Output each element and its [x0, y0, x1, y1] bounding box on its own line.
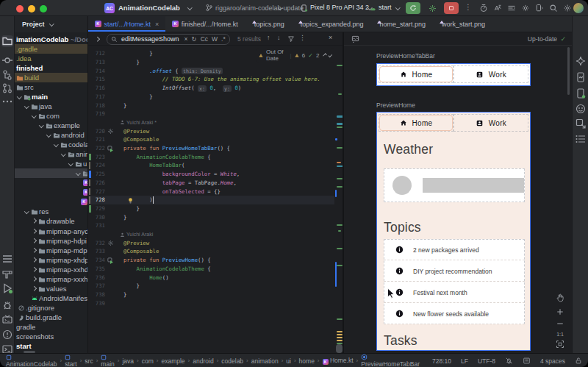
- search-history-icon[interactable]: ↻: [192, 35, 197, 43]
- tree-item-.gradle[interactable]: .gradle: [15, 44, 88, 54]
- close-tab-icon[interactable]: ×: [155, 21, 159, 28]
- code-line-724[interactable]: 724 HomeTabBar(: [88, 161, 334, 170]
- tree-item-anir[interactable]: anir: [15, 149, 88, 159]
- next-issue-icon[interactable]: [329, 53, 333, 57]
- stripe-mark[interactable]: [337, 340, 343, 341]
- topic-row[interactable]: DIY project recommendation: [384, 260, 525, 282]
- project-name-menu[interactable]: AnimationCodelab: [118, 4, 180, 12]
- stripe-mark[interactable]: [337, 334, 343, 335]
- device-selector[interactable]: Pixel 8 Pro API 34 2: [310, 4, 369, 11]
- tree-item-screenshots[interactable]: screenshots: [15, 332, 88, 341]
- tree-item-android[interactable]: android: [15, 130, 88, 140]
- words-toggle[interactable]: W: [212, 35, 218, 43]
- stripe-mark[interactable]: [337, 65, 343, 66]
- tree-item-res[interactable]: res: [15, 207, 88, 216]
- debug-tool-icon[interactable]: [1, 299, 13, 311]
- work-tab[interactable]: Work: [453, 65, 528, 83]
- stripe-mark[interactable]: [337, 162, 341, 163]
- breadcrumb-item[interactable]: example: [161, 357, 184, 365]
- pull-requests-tool-icon[interactable]: [1, 82, 13, 94]
- stripe-mark[interactable]: [337, 337, 343, 338]
- translate-icon[interactable]: [493, 4, 502, 13]
- tree-item-mipmap-mdpi[interactable]: mipmap-mdpi: [15, 246, 88, 255]
- avatar[interactable]: [573, 3, 584, 13]
- problems-tool-icon[interactable]: [1, 329, 13, 341]
- gemini-tool-icon[interactable]: [575, 55, 587, 67]
- tree-item-com[interactable]: com: [15, 111, 88, 121]
- editor-tab-work_start.png[interactable]: work_start.png: [432, 16, 492, 32]
- code-line-720[interactable]: 720@Preview: [88, 127, 334, 136]
- build-icon[interactable]: [521, 4, 530, 13]
- logcat-tool-icon[interactable]: [1, 314, 13, 326]
- tree-item-build.gradle[interactable]: build.gradle: [15, 313, 88, 322]
- previous-issue-icon[interactable]: [323, 53, 327, 57]
- device-manager-tool-icon[interactable]: [575, 88, 587, 99]
- preview-name-label[interactable]: PreviewHomeTabBar: [376, 52, 435, 60]
- stripe-mark[interactable]: [337, 248, 343, 249]
- line-separator[interactable]: LF: [461, 357, 468, 365]
- rerun-button[interactable]: [406, 2, 420, 14]
- reader-mode-icon[interactable]: [523, 357, 531, 365]
- structure-right-tool-icon[interactable]: [575, 133, 587, 145]
- breadcrumb-item[interactable]: codelab: [221, 357, 243, 365]
- code-line-719[interactable]: 719: [88, 110, 334, 118]
- preview-home[interactable]: Home Work Weather Topics 2 new packages …: [376, 112, 531, 351]
- layout-validation-icon[interactable]: [507, 4, 516, 13]
- tree-item-u[interactable]: u: [15, 159, 88, 168]
- tree-item-drawable[interactable]: drawable: [15, 216, 88, 226]
- code-line-735[interactable]: 735 AnimationCodelabTheme {: [88, 265, 334, 274]
- stripe-mark[interactable]: [337, 127, 343, 128]
- code-line-727[interactable]: 727 onTabSelected = {}: [88, 188, 334, 196]
- structure-tool-icon[interactable]: [1, 69, 13, 81]
- close-find-bar-icon[interactable]: ×: [329, 34, 332, 41]
- project-panel-header[interactable]: Project: [15, 16, 88, 32]
- weather-placeholder-card[interactable]: [384, 168, 525, 202]
- stripe-mark[interactable]: [337, 318, 343, 320]
- code-line-731[interactable]: 731: [88, 221, 334, 230]
- previous-occurrence-icon[interactable]: ↑: [267, 34, 270, 41]
- next-occurrence-icon[interactable]: ↓: [277, 34, 281, 41]
- code-editor[interactable]: 712 }713 }714 .offset { this: Density715…: [88, 46, 334, 353]
- stripe-mark[interactable]: [337, 147, 343, 149]
- stripe-mark[interactable]: [337, 331, 343, 332]
- tree-item-mipmap-xxhdpi[interactable]: mipmap-xxhdpi: [15, 265, 88, 274]
- preview-name-label[interactable]: PreviewHome: [376, 101, 415, 109]
- git-branch-menu[interactable]: riggaroo/anim-codelab-update: [215, 4, 304, 12]
- notifications-off-icon[interactable]: [505, 357, 513, 365]
- preview-canvas[interactable]: PreviewHomeTabBar Home Work PreviewHome …: [344, 46, 572, 353]
- more-options-icon[interactable]: ⋮: [299, 34, 306, 41]
- unlock-icon[interactable]: [575, 357, 582, 365]
- code-line-734[interactable]: 734private fun PreviewHome() {: [88, 256, 334, 265]
- maximize-window-button[interactable]: [40, 5, 47, 13]
- expand-find-icon[interactable]: [95, 37, 99, 41]
- pan-icon[interactable]: [555, 293, 565, 303]
- breadcrumb-item[interactable]: AnimationCodelab: [6, 354, 57, 367]
- code-line-738[interactable]: 738}: [88, 291, 334, 299]
- breadcrumb-item[interactable]: animation: [251, 357, 279, 365]
- editor-tab-topics_expanded.png[interactable]: topics_expanded.png: [291, 16, 370, 32]
- scrollbar-thumb[interactable]: [336, 344, 343, 353]
- editor-tab-start/.../Home.kt[interactable]: Kstart/.../Home.kt×: [88, 16, 165, 32]
- tree-item-H[interactable]: KH: [15, 197, 88, 207]
- close-window-button[interactable]: [16, 5, 24, 13]
- code-line-717[interactable]: 717 }: [88, 93, 334, 101]
- code-line-736[interactable]: 736 Home(): [88, 274, 334, 282]
- editor-tab-topics.png[interactable]: topics.png: [245, 16, 291, 32]
- match-case-toggle[interactable]: Cc: [201, 35, 208, 43]
- code-line-718[interactable]: 718}: [88, 101, 334, 110]
- minimize-window-button[interactable]: [28, 5, 35, 13]
- tree-item-imationCodelab[interactable]: imationCodelab ~/Documen: [15, 35, 88, 44]
- stripe-mark[interactable]: [338, 230, 341, 232]
- breadcrumb-item[interactable]: home: [299, 357, 315, 365]
- code-line-722[interactable]: 722private fun PreviewHomeTabBar() {: [88, 144, 334, 153]
- tree-item-gradle[interactable]: gradle: [15, 322, 88, 332]
- apply-changes-button[interactable]: [425, 2, 440, 14]
- running-devices-tool-icon[interactable]: [575, 71, 587, 83]
- tree-item-.idea[interactable]: .idea: [15, 54, 88, 63]
- run-preview-gutter-icon[interactable]: [107, 146, 114, 152]
- code-line-732[interactable]: 732@Preview: [88, 239, 334, 248]
- todo-tool-icon[interactable]: [1, 253, 13, 265]
- breadcrumb-item[interactable]: K Home.kt: [323, 357, 354, 366]
- breadcrumb-item[interactable]: ui: [286, 357, 291, 365]
- tree-item-AndroidManifest.xn[interactable]: AndroidManifest.xn: [15, 293, 88, 303]
